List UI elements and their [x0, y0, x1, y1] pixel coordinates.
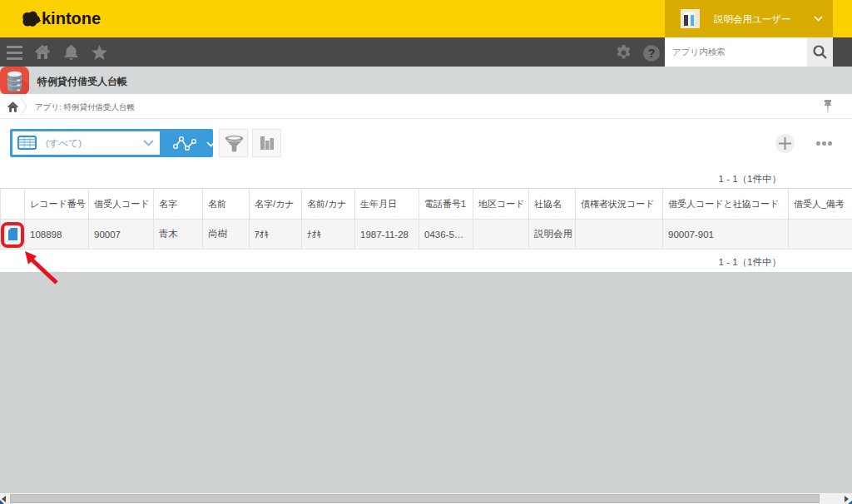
svg-text:?: ? [648, 47, 656, 60]
